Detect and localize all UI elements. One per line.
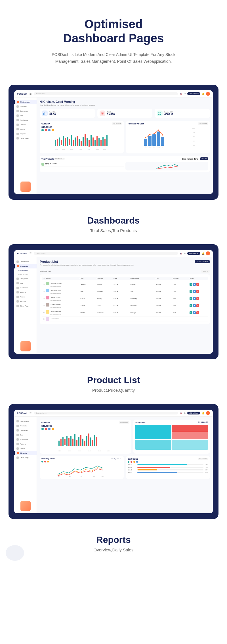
svg-text:20%: 20% xyxy=(193,145,195,146)
table-row: ☐ Organic Cream This is test Product CRE… xyxy=(42,281,208,288)
row1-price: $25.00 xyxy=(114,284,131,285)
svg-rect-19 xyxy=(75,137,76,146)
rep-sidebar-purchases[interactable]: Purchases › xyxy=(14,437,37,442)
row5-delete-btn[interactable]: ✕ xyxy=(196,311,199,314)
row5-view-btn[interactable]: 👁 xyxy=(193,311,196,314)
svg-rect-68 xyxy=(68,438,70,446)
reports-overview-filter[interactable]: This Month ▾ xyxy=(119,421,129,424)
daily-sales-value: $ 25,000.00 xyxy=(198,421,208,423)
sidebar-item-people[interactable]: People xyxy=(14,127,37,132)
row2-edit-btn[interactable]: ✎ xyxy=(190,290,192,293)
svg-text:20:00: 20:00 xyxy=(98,450,101,452)
reports-bottom-row: Monthly Sales $ 25,000.00 xyxy=(40,456,210,479)
col-brand: Brand Name xyxy=(131,278,156,279)
sidebar-item-purchases[interactable]: Purchases › xyxy=(14,118,37,122)
pl-sidebar-categories[interactable]: Categories xyxy=(14,276,37,281)
rep-sidebar-reports[interactable]: Reports xyxy=(14,451,37,455)
row3-edit-btn[interactable]: ✎ xyxy=(190,297,192,300)
product-mock-logo: POSDash xyxy=(17,252,27,255)
pl-sidebar-sub-add[interactable]: – Add Product xyxy=(14,272,37,276)
svg-rect-52 xyxy=(161,137,164,146)
row3-view-btn[interactable]: 👁 xyxy=(193,297,196,300)
row3-check[interactable]: ☐ xyxy=(43,298,46,299)
row4-delete-btn[interactable]: ✕ xyxy=(196,304,199,307)
sidebar-item-otherpage[interactable]: Other Page xyxy=(14,136,37,141)
pl-sidebar-sale[interactable]: Sale › xyxy=(14,281,37,285)
pl-sidebar-dashboards[interactable]: Dashboards xyxy=(14,259,37,264)
pl-sidebar-sub-list[interactable]: – List Product xyxy=(14,268,37,272)
add-product-btn[interactable]: + Add Product xyxy=(195,260,210,263)
reports-icon xyxy=(16,133,19,135)
decorative-blob-left xyxy=(6,545,24,561)
row5-edit-btn[interactable]: ✎ xyxy=(190,311,192,314)
greeting-text: Hi Graham, Good Morning xyxy=(40,100,210,103)
row1-view-btn[interactable]: 👁 xyxy=(193,283,196,286)
sidebar-item-sale[interactable]: Sale › xyxy=(14,113,37,118)
row2-check[interactable]: ☐ xyxy=(43,291,46,292)
row2-view-btn[interactable]: 👁 xyxy=(193,290,196,293)
pl-sidebar-purchases[interactable]: Purchases › xyxy=(14,285,37,290)
sidebar-item-returns[interactable]: Returns › xyxy=(14,122,37,127)
rep-sidebar-dashboards[interactable]: Dashboards xyxy=(14,419,37,424)
rep-sidebar-other[interactable]: Other Page xyxy=(14,455,37,460)
row3-delete-btn[interactable]: ✕ xyxy=(196,297,199,300)
table-search[interactable]: Search xyxy=(201,270,210,273)
rep-sidebar-returns[interactable]: Returns › xyxy=(14,442,37,446)
sidebar-item-products[interactable]: Products › xyxy=(14,104,37,109)
row4-product: Coffee Beans This is test Product xyxy=(46,303,80,308)
view-all-btn[interactable]: View All xyxy=(200,157,208,160)
row1-qty: 10.0 xyxy=(173,284,190,285)
sidebar-item-dashboards[interactable]: Dashboards xyxy=(14,100,37,104)
svg-rect-76 xyxy=(84,441,85,446)
rep-sidebar-people[interactable]: People xyxy=(14,446,37,451)
table-row: ☐ Coffee Beans This is test Product COF0… xyxy=(42,302,208,309)
row5-cat: Furniture xyxy=(97,312,114,314)
product-lang: En xyxy=(184,253,186,254)
svg-text:18:00: 18:00 xyxy=(96,149,99,150)
row3-qty: 50.0 xyxy=(173,298,190,299)
best-seller-box: Best Seller This Month ▾ Item A xyxy=(126,456,210,479)
svg-rect-32 xyxy=(100,140,102,146)
pl-sidebar-returns[interactable]: Returns › xyxy=(14,290,37,295)
svg-text:60%: 60% xyxy=(193,136,195,137)
revenue-filter[interactable]: This Month ▾ xyxy=(198,122,208,125)
reports-overview-title: Overview xyxy=(41,422,50,424)
sidebar-item-reports[interactable]: Reports xyxy=(14,132,37,136)
row1-code: CREM01 xyxy=(80,284,97,285)
svg-rect-29 xyxy=(94,140,96,146)
svg-rect-64 xyxy=(60,439,62,446)
row3-price: $10.00 xyxy=(114,298,131,299)
product-avatar xyxy=(206,251,210,255)
best-seller-filter[interactable]: This Month ▾ xyxy=(198,458,208,460)
row1-delete-btn[interactable]: ✕ xyxy=(196,283,199,286)
row4-check[interactable]: ☐ xyxy=(43,305,46,307)
product-list-page-title: Product List xyxy=(40,260,134,263)
rep-sidebar-categories[interactable]: Categories › xyxy=(14,428,37,433)
row1-check[interactable]: ☐ xyxy=(43,284,46,285)
rep-sidebar-sale[interactable]: Sale › xyxy=(14,433,37,437)
overview-filter[interactable]: Top Month ▾ xyxy=(112,122,122,125)
top-products-filter[interactable]: This Month ▾ xyxy=(54,158,65,160)
products-icon xyxy=(16,105,19,108)
product-new-order[interactable]: + New Order xyxy=(187,252,200,255)
svg-rect-48 xyxy=(144,139,147,146)
row4-view-btn[interactable]: 👁 xyxy=(193,304,196,307)
row5-check[interactable]: ☐ xyxy=(43,312,46,314)
row2-delete-btn[interactable]: ✕ xyxy=(196,290,199,293)
row4-cost: $30.00 xyxy=(156,305,173,307)
row1-edit-btn[interactable]: ✎ xyxy=(190,283,192,286)
svg-rect-12 xyxy=(61,140,62,145)
pl-sidebar-reports[interactable]: Reports xyxy=(14,299,37,304)
svg-text:Mar: Mar xyxy=(145,146,147,148)
new-order-btn[interactable]: + New Order xyxy=(187,92,200,95)
pl-sidebar-other[interactable]: Other Page xyxy=(14,304,37,308)
rep-other-icon xyxy=(16,457,19,459)
reports-new-order[interactable]: + New Order xyxy=(187,412,200,414)
pl-sidebar-products[interactable]: Products › xyxy=(14,264,37,268)
pl-sidebar-people[interactable]: People xyxy=(14,295,37,299)
col-price: Price xyxy=(114,278,131,279)
svg-rect-9 xyxy=(55,140,56,146)
row4-edit-btn[interactable]: ✎ xyxy=(190,304,192,307)
rep-sidebar-products[interactable]: Products › xyxy=(14,424,37,428)
sidebar-item-categories[interactable]: Categories › xyxy=(14,109,37,113)
